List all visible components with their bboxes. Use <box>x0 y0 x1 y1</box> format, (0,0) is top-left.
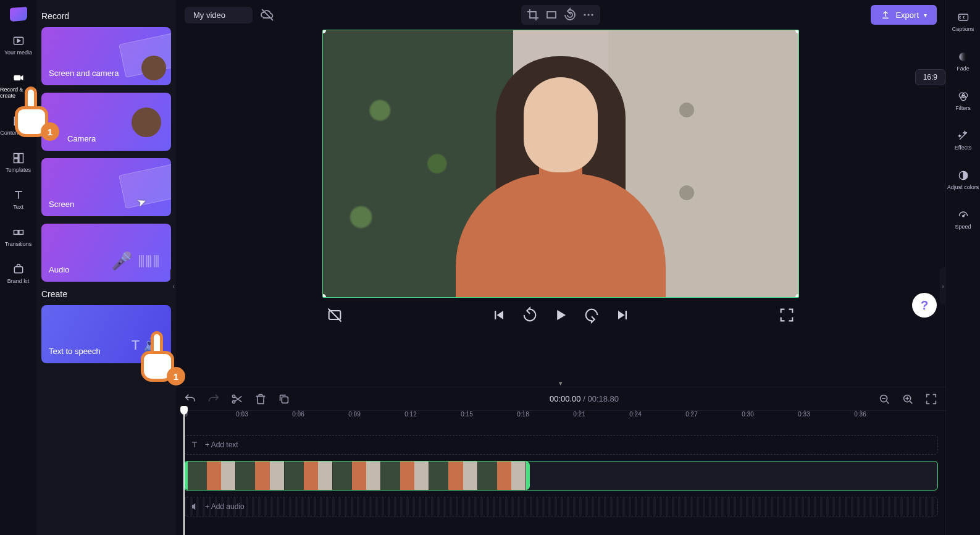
duplicate-icon[interactable] <box>277 392 291 406</box>
ruler-tick: 0:12 <box>404 411 416 418</box>
nav-content-library[interactable]: Content library <box>0 112 36 138</box>
hide-guides-icon[interactable] <box>326 306 343 324</box>
nav-adjust-colors[interactable]: Adjust colors <box>946 167 980 193</box>
card-audio[interactable]: 🎤 ⦀⦀⦀ Audio <box>41 224 171 282</box>
zoom-fit-icon[interactable] <box>924 392 938 406</box>
project-title-input[interactable] <box>185 7 253 23</box>
more-icon[interactable] <box>580 7 597 22</box>
nav-effects[interactable]: Effects <box>946 127 980 153</box>
nav-label: Templates <box>6 167 31 173</box>
duration: 00:18.80 <box>587 394 619 403</box>
text-track[interactable]: + Add text <box>183 435 938 455</box>
skip-end-icon[interactable] <box>614 306 631 324</box>
svg-rect-3 <box>19 117 22 120</box>
forward-icon[interactable] <box>583 306 600 324</box>
collapse-right-button[interactable]: › <box>940 268 946 305</box>
nav-speed[interactable]: Speed <box>946 206 980 232</box>
clip-thumbnail <box>236 461 284 490</box>
split-icon[interactable] <box>230 392 244 406</box>
crop-icon[interactable] <box>525 7 541 22</box>
nav-label: Filters <box>955 105 971 111</box>
ruler-tick: 0:03 <box>236 411 248 418</box>
redo-icon[interactable] <box>207 392 220 406</box>
play-icon[interactable] <box>552 306 569 324</box>
delete-icon[interactable] <box>254 392 267 406</box>
upload-icon <box>881 10 890 20</box>
undo-icon[interactable] <box>183 392 197 406</box>
video-track[interactable] <box>183 461 938 491</box>
time-display: 00:00.00 / 00:18.80 <box>550 394 619 403</box>
zoom-out-icon[interactable] <box>877 392 891 406</box>
audio-track[interactable]: + Add audio <box>183 497 938 516</box>
fullscreen-icon[interactable] <box>778 306 795 324</box>
cloud-sync-icon[interactable] <box>260 7 275 22</box>
skip-start-icon[interactable] <box>490 306 508 324</box>
expand-timeline-button[interactable]: ▾ <box>559 379 563 387</box>
card-text-to-speech[interactable]: T 🔊 Text to speech <box>41 305 171 363</box>
playhead[interactable] <box>183 406 185 535</box>
svg-rect-2 <box>14 117 18 120</box>
fit-icon[interactable] <box>543 7 559 22</box>
export-label: Export <box>895 11 919 20</box>
current-time: 00:00.00 <box>550 394 581 403</box>
export-button[interactable]: Export ▾ <box>871 5 937 25</box>
camera-icon <box>12 72 25 84</box>
svg-rect-19 <box>282 397 288 403</box>
nav-templates[interactable]: Templates <box>0 150 36 175</box>
nav-brand-kit[interactable]: Brand kit <box>0 261 36 287</box>
card-screen-camera[interactable]: Screen and camera <box>41 27 171 85</box>
nav-captions[interactable]: Captions <box>946 9 980 35</box>
nav-text[interactable]: Text <box>0 187 36 213</box>
svg-rect-12 <box>547 12 556 18</box>
ruler-tick: 0:36 <box>854 411 866 418</box>
ruler-tick: 0:18 <box>517 411 529 418</box>
collapse-panel-button[interactable]: ‹ <box>170 268 176 305</box>
clip-thumbnail <box>333 461 381 490</box>
svg-rect-5 <box>19 122 22 125</box>
face-icon <box>132 107 161 137</box>
record-create-panel: Record Screen and camera Camera Screen 🎤… <box>36 0 176 535</box>
main-area: Export ▾ 16:9 <box>176 0 945 535</box>
nav-label: Text <box>13 204 23 210</box>
video-preview[interactable] <box>322 30 799 298</box>
audio-icon <box>190 502 199 511</box>
help-button[interactable]: ? <box>912 293 937 318</box>
nav-label: Brand kit <box>7 278 30 284</box>
timeline-ruler[interactable]: 00:030:060:090:120:150:180:210:240:270:3… <box>183 410 945 424</box>
nav-label: Effects <box>955 145 971 151</box>
speed-icon <box>957 209 970 221</box>
video-clip[interactable] <box>184 461 530 490</box>
clip-thumbnail <box>188 461 236 490</box>
nav-your-media[interactable]: Your media <box>0 32 36 58</box>
ruler-tick: 0:09 <box>348 411 360 418</box>
svg-rect-1 <box>14 75 20 80</box>
contrast-icon <box>957 169 970 182</box>
aspect-ratio-button[interactable]: 16:9 <box>915 69 945 85</box>
svg-point-14 <box>587 14 589 15</box>
brandkit-icon <box>12 263 25 276</box>
library-icon <box>12 115 25 127</box>
card-screen[interactable]: Screen <box>41 158 171 216</box>
nav-fade[interactable]: Fade <box>946 48 980 74</box>
nav-record-create[interactable]: Record & create <box>0 69 36 101</box>
ruler-tick: 0:06 <box>292 411 304 418</box>
preview-bg-detail <box>679 185 694 200</box>
zoom-in-icon[interactable] <box>901 392 915 406</box>
nav-label: Record & create <box>0 86 36 99</box>
preview-area: 16:9 ▾ <box>176 30 945 387</box>
ruler-tick: 0:15 <box>461 411 472 418</box>
svg-rect-8 <box>14 159 18 163</box>
nav-label: Fade <box>957 65 970 72</box>
nav-filters[interactable]: Filters <box>946 88 980 114</box>
card-camera[interactable]: Camera <box>41 93 171 151</box>
rewind-icon[interactable] <box>521 306 538 324</box>
clip-thumbnail <box>478 461 526 490</box>
nav-transitions[interactable]: Transitions <box>0 224 36 250</box>
app-logo[interactable] <box>10 7 27 22</box>
playback-controls <box>322 298 799 332</box>
card-label: Screen and camera <box>49 69 119 78</box>
timeline-toolbar: 00:00.00 / 00:18.80 <box>176 387 945 410</box>
svg-rect-10 <box>19 230 23 235</box>
rotate-icon[interactable] <box>562 7 578 22</box>
ruler-tick: 0:30 <box>742 411 753 418</box>
